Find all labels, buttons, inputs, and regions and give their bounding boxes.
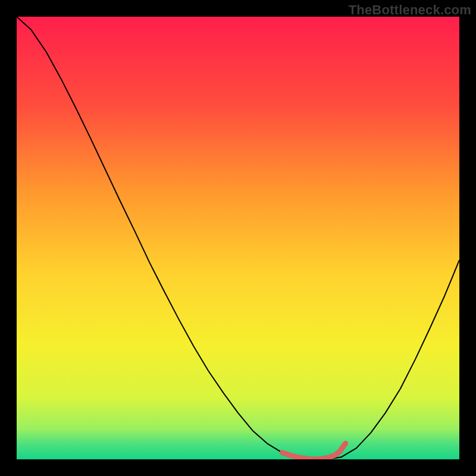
plot-area [17, 17, 459, 459]
watermark-text: TheBottleneck.com [349, 2, 471, 18]
gradient-background [17, 17, 459, 459]
chart-svg [17, 17, 459, 459]
chart-frame: TheBottleneck.com [0, 0, 476, 476]
